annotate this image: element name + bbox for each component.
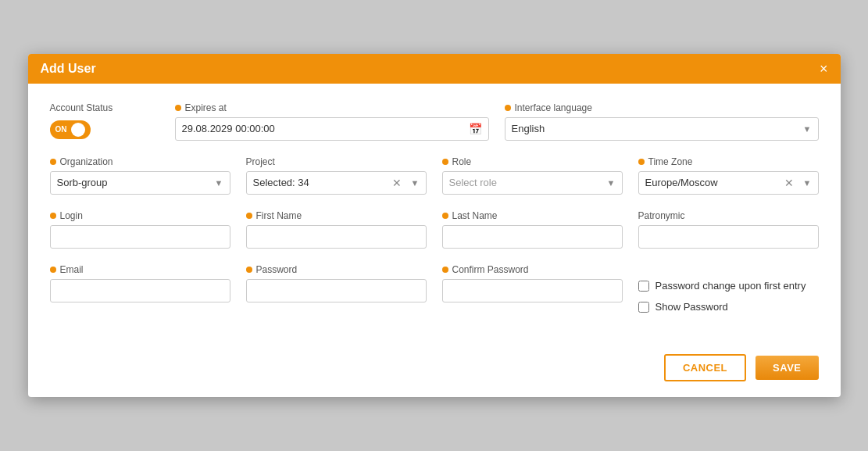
add-user-dialog: Add User × Account Status ON E <box>28 54 841 398</box>
project-clear[interactable]: ✕ <box>389 177 405 188</box>
timezone-select[interactable]: Europe/Moscow ✕ ▼ <box>638 171 819 195</box>
confirm-password-label: Confirm Password <box>442 264 623 275</box>
patronymic-label: Patronymic <box>638 210 819 221</box>
timezone-clear[interactable]: ✕ <box>781 177 797 188</box>
close-button[interactable]: × <box>820 62 828 76</box>
email-field: Email <box>50 264 230 302</box>
email-input[interactable] <box>50 279 230 302</box>
organization-arrow[interactable]: ▼ <box>209 178 230 188</box>
timezone-label: Time Zone <box>638 156 819 167</box>
project-select[interactable]: Selected: 34 ✕ ▼ <box>246 171 427 195</box>
dialog-header: Add User × <box>28 54 841 84</box>
toggle-label: ON <box>55 125 67 134</box>
project-value: Selected: 34 <box>247 177 389 188</box>
show-password-label: Show Password <box>655 301 728 314</box>
show-password-checkbox[interactable] <box>638 302 649 313</box>
expires-at-label: Expires at <box>175 102 489 113</box>
confirm-password-input[interactable] <box>442 279 623 302</box>
password-input[interactable] <box>246 279 427 302</box>
timezone-value: Europe/Moscow <box>639 177 781 188</box>
row-2: Organization Sorb-group ▼ Project Select… <box>50 156 819 195</box>
timezone-dot <box>638 159 645 165</box>
organization-dot <box>50 159 56 165</box>
patronymic-input[interactable] <box>638 225 819 249</box>
first-name-field: First Name <box>246 210 427 249</box>
row-3: Login First Name Last Name <box>50 210 819 249</box>
first-name-input[interactable] <box>246 225 427 249</box>
login-field: Login <box>50 210 230 249</box>
password-field: Password <box>246 264 427 302</box>
organization-label: Organization <box>50 156 230 167</box>
first-name-label: First Name <box>246 210 427 221</box>
password-change-label: Password change upon first entry <box>655 280 806 293</box>
dialog-footer: CANCEL SAVE <box>28 345 841 397</box>
confirm-password-field: Confirm Password <box>442 264 623 302</box>
expires-at-input[interactable]: 29.08.2029 00:00:00 📅 <box>175 117 489 141</box>
row-4: Email Password Confirm Password <box>50 264 819 314</box>
project-field: Project Selected: 34 ✕ ▼ <box>246 156 427 195</box>
interface-language-label: Interface language <box>505 102 819 113</box>
last-name-label: Last Name <box>442 210 623 221</box>
role-placeholder: Select role <box>443 177 601 188</box>
last-name-input[interactable] <box>442 225 623 249</box>
confirm-password-dot <box>442 267 448 273</box>
interface-language-dot <box>505 105 511 111</box>
role-label: Role <box>442 156 623 167</box>
expires-at-dot <box>175 105 181 111</box>
interface-language-field: Interface language English ▼ <box>505 102 819 141</box>
interface-language-select[interactable]: English ▼ <box>505 117 819 141</box>
expires-at-value: 29.08.2029 00:00:00 <box>182 123 469 134</box>
checkbox-area: Password change upon first entry Show Pa… <box>638 264 819 314</box>
account-status-label: Account Status <box>50 102 159 113</box>
row-1: Account Status ON Expires at 29.08.2029 … <box>50 102 819 141</box>
calendar-icon[interactable]: 📅 <box>469 123 482 135</box>
project-label: Project <box>246 156 427 167</box>
email-dot <box>50 267 56 273</box>
login-dot <box>50 213 56 219</box>
timezone-arrow[interactable]: ▼ <box>797 178 818 188</box>
account-status-toggle[interactable]: ON <box>50 120 91 139</box>
role-field: Role Select role ▼ <box>442 156 623 195</box>
project-arrow[interactable]: ▼ <box>405 178 426 188</box>
password-change-checkbox[interactable] <box>638 281 649 292</box>
role-dot <box>442 159 448 165</box>
last-name-field: Last Name <box>442 210 623 249</box>
interface-language-value: English <box>505 123 797 134</box>
organization-field: Organization Sorb-group ▼ <box>50 156 230 195</box>
account-status-field: Account Status ON <box>50 102 159 139</box>
toggle-thumb <box>71 123 85 137</box>
login-label: Login <box>50 210 230 221</box>
login-input[interactable] <box>50 225 230 249</box>
email-label: Email <box>50 264 230 275</box>
expires-at-field: Expires at 29.08.2029 00:00:00 📅 <box>175 102 489 141</box>
dialog-title: Add User <box>41 62 96 76</box>
interface-language-arrow[interactable]: ▼ <box>797 124 818 134</box>
organization-select[interactable]: Sorb-group ▼ <box>50 171 230 195</box>
role-arrow[interactable]: ▼ <box>601 178 622 188</box>
show-password-row: Show Password <box>638 301 819 314</box>
role-select[interactable]: Select role ▼ <box>442 171 623 195</box>
first-name-dot <box>246 213 252 219</box>
toggle-container: ON <box>50 120 159 139</box>
timezone-field: Time Zone Europe/Moscow ✕ ▼ <box>638 156 819 195</box>
cancel-button[interactable]: CANCEL <box>664 354 746 381</box>
save-button[interactable]: SAVE <box>755 356 818 380</box>
dialog-body: Account Status ON Expires at 29.08.2029 … <box>28 84 841 345</box>
password-change-row: Password change upon first entry <box>638 280 819 293</box>
organization-value: Sorb-group <box>51 177 209 188</box>
patronymic-field: Patronymic <box>638 210 819 249</box>
password-dot <box>246 267 252 273</box>
password-label: Password <box>246 264 427 275</box>
last-name-dot <box>442 213 448 219</box>
